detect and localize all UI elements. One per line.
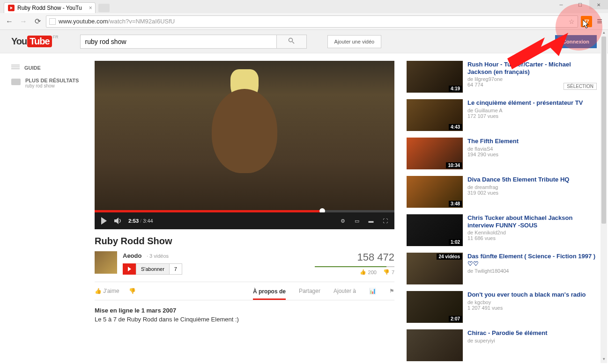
svg-line-3 xyxy=(292,42,294,44)
action-tabs: 👍 J'aime 👎 À propos de Partager Ajouter … xyxy=(95,282,394,300)
channel-name[interactable]: Aeodo xyxy=(123,252,141,259)
omnibox[interactable]: www.youtube.com/watch?v=NM92aI6USfU ☆ xyxy=(46,15,578,28)
tab-title: Ruby Rodd Show - YouTu xyxy=(17,5,82,11)
suggestion-item[interactable]: 4:43 Le cinquième élément - présentateur… xyxy=(407,99,597,131)
subscribe-button[interactable]: S'abonner xyxy=(136,263,170,275)
dislike-button[interactable]: 👎 xyxy=(129,288,136,294)
extension-button[interactable]: ▽ xyxy=(581,16,592,27)
suggestion-author: de dreamfrag xyxy=(467,184,597,190)
duration-badge: 1:02 xyxy=(449,239,462,245)
window-close-button[interactable]: ✕ xyxy=(589,0,608,9)
suggestion-title[interactable]: Chirac - Parodie 5e élément xyxy=(467,329,597,337)
suggestion-thumbnail[interactable]: 4:43 xyxy=(407,99,463,131)
tab-flag-icon[interactable]: ⚑ xyxy=(389,288,394,294)
chrome-menu-button[interactable]: ≡ xyxy=(595,16,604,27)
fullscreen-icon[interactable]: ⛶ xyxy=(381,218,389,224)
tab-close-icon[interactable]: × xyxy=(89,5,92,11)
svg-point-2 xyxy=(289,38,293,42)
suggestion-author: de kgcboy xyxy=(467,299,597,305)
theater-icon[interactable]: ▬ xyxy=(367,218,375,224)
thumb-up-icon: 👍 xyxy=(360,269,366,275)
browser-tab[interactable]: Ruby Rodd Show - YouTu × xyxy=(4,2,96,13)
search-input[interactable] xyxy=(80,35,277,49)
tab-share[interactable]: Partager xyxy=(299,288,320,294)
suggestion-title[interactable]: Le cinquième élément - présentateur TV xyxy=(467,99,597,107)
more-results-link[interactable]: PLUS DE RÉSULTATS ruby rod show xyxy=(11,75,91,91)
suggestion-item[interactable]: 2:07 Don't you ever touch a black man's … xyxy=(407,291,597,323)
volume-button[interactable] xyxy=(114,218,122,224)
suggestion-thumbnail[interactable]: 10:34 xyxy=(407,138,463,169)
duration-badge: 10:34 xyxy=(446,162,462,168)
suggestion-views: 1 207 491 vues xyxy=(467,305,597,311)
like-count[interactable]: 👍200 xyxy=(360,269,377,275)
results-icon xyxy=(11,79,21,85)
svg-marker-4 xyxy=(114,218,119,224)
duration-badge: 4:19 xyxy=(449,86,462,92)
forward-button[interactable]: → xyxy=(18,16,29,27)
upload-button[interactable]: Ajouter une vidéo xyxy=(327,35,382,48)
suggestion-item[interactable]: 24 vidéos Das fünfte Element ( Science -… xyxy=(407,253,597,284)
back-button[interactable]: ← xyxy=(4,16,15,27)
suggestion-author: de superyiyi xyxy=(467,338,597,343)
suggestion-views: 319 002 vues xyxy=(467,190,597,196)
dislike-count[interactable]: 👎7 xyxy=(383,269,394,275)
search-button[interactable] xyxy=(277,35,307,49)
suggestion-author: de Kennikold2nd xyxy=(467,230,597,235)
new-tab-button[interactable] xyxy=(98,4,110,12)
thumb-down-icon: 👎 xyxy=(383,269,390,275)
tab-addto[interactable]: Ajouter à xyxy=(334,288,356,294)
like-button[interactable]: 👍 J'aime xyxy=(95,288,119,294)
signin-button[interactable]: Connexion xyxy=(555,35,597,48)
selection-badge: SÉLECTION xyxy=(564,83,597,90)
suggestion-thumbnail[interactable]: 3:48 xyxy=(407,176,463,208)
suggestion-thumbnail[interactable]: 4:19 xyxy=(407,61,463,93)
channel-avatar[interactable] xyxy=(95,251,117,274)
bookmark-star-icon[interactable]: ☆ xyxy=(569,18,575,25)
video-time: 2:53 / 3:44 xyxy=(128,218,153,224)
tab-about[interactable]: À propos de xyxy=(253,288,286,300)
suggestion-item[interactable]: 1:02 Chris Tucker about Michael Jackson … xyxy=(407,214,597,246)
suggestion-views: 64 774SÉLECTION xyxy=(467,82,597,87)
youtube-logo[interactable]: You Tube FR xyxy=(11,36,52,47)
guide-link[interactable]: GUIDE xyxy=(11,61,91,75)
settings-icon[interactable]: ⚙ xyxy=(339,218,347,224)
play-button[interactable] xyxy=(100,217,108,225)
video-player[interactable]: 2:53 / 3:44 ⚙ ▭ ▬ ⛶ xyxy=(95,61,394,229)
suggestion-author: de flaviaS4 xyxy=(467,146,597,152)
popup-icon[interactable]: ▭ xyxy=(353,218,361,224)
suggestion-author: de Guillaume A xyxy=(467,108,597,113)
suggestion-title[interactable]: Chris Tucker about Michael Jackson inter… xyxy=(467,214,597,229)
search-icon xyxy=(288,37,295,44)
suggestion-views: 172 107 vues xyxy=(467,113,597,119)
suggestion-title[interactable]: The Fifth Element xyxy=(467,138,597,145)
suggestion-item[interactable]: 3:48 Diva Dance 5th Element Tribute HQ d… xyxy=(407,176,597,208)
suggestion-thumbnail[interactable]: 24 vidéos xyxy=(407,253,463,284)
window-minimize-button[interactable]: ─ xyxy=(552,0,571,9)
suggestion-title[interactable]: Diva Dance 5th Element Tribute HQ xyxy=(467,176,597,183)
subscribe-play-icon[interactable] xyxy=(123,263,136,275)
suggestion-title[interactable]: Das fünfte Element ( Science - Fiction 1… xyxy=(467,253,597,267)
suggestion-item[interactable]: 10:34 The Fifth Element de flaviaS4 194 … xyxy=(407,138,597,169)
duration-badge: 2:07 xyxy=(449,316,462,322)
suggestion-title[interactable]: Rush Hour - Tucker/Carter - Michael Jack… xyxy=(467,61,597,75)
scrollbar[interactable]: ▴ ▾ xyxy=(601,30,607,363)
subscriber-count: 7 xyxy=(170,263,182,275)
suggestion-thumbnail[interactable] xyxy=(407,329,463,361)
scroll-up-icon[interactable]: ▴ xyxy=(601,30,607,36)
left-sidebar: GUIDE PLUS DE RÉSULTATS ruby rod show xyxy=(11,61,91,364)
suggestion-item[interactable]: 4:19 Rush Hour - Tucker/Carter - Michael… xyxy=(407,61,597,93)
tab-stats-icon[interactable]: 📊 xyxy=(369,288,376,294)
suggestion-title[interactable]: Don't you ever touch a black man's radio xyxy=(467,291,597,298)
channel-video-count: · 3 vidéos xyxy=(147,253,169,259)
scrollbar-thumb[interactable] xyxy=(601,36,606,224)
upload-date: Mise en ligne le 1 mars 2007 xyxy=(95,307,394,314)
scroll-down-icon[interactable]: ▾ xyxy=(601,357,607,363)
suggestion-thumbnail[interactable]: 1:02 xyxy=(407,214,463,246)
video-title: Ruby Rodd Show xyxy=(95,236,394,247)
suggestion-views: 11 686 vues xyxy=(467,235,597,241)
reload-button[interactable]: ⟳ xyxy=(32,16,43,27)
window-maximize-button[interactable]: ☐ xyxy=(571,0,589,9)
suggestion-item[interactable]: Chirac - Parodie 5e élément de superyiyi xyxy=(407,329,597,361)
suggestion-views: 194 290 vues xyxy=(467,152,597,157)
suggestion-thumbnail[interactable]: 2:07 xyxy=(407,291,463,323)
